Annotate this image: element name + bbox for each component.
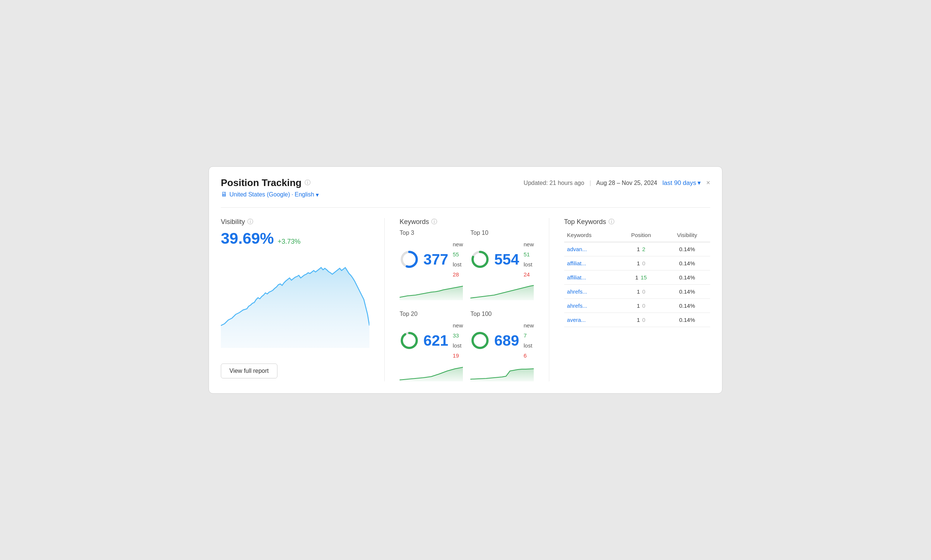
table-header-row: Keywords Position Visibility (564, 229, 710, 242)
date-range: Aug 28 – Nov 25, 2024 (596, 180, 657, 186)
sparkline-top20 (400, 363, 463, 382)
col-header-visibility: Visibility (664, 229, 710, 242)
kw-block-title: Top 20 (400, 311, 463, 317)
kw-block-main: 554 new 51 lost 24 (470, 239, 534, 280)
donut-chart-top3 (400, 250, 419, 269)
separator: | (590, 180, 591, 186)
keyword-block-top20: Top 20 621 new 33 lost 19 (400, 311, 463, 382)
keyword-block-top3: Top 3 377 new 55 lost 28 (400, 229, 463, 300)
dot-separator: · (292, 191, 293, 198)
keyword-cell[interactable]: affiliat... (564, 256, 618, 271)
sparkline-top10 (470, 282, 534, 300)
kw-value-top20: 621 (423, 332, 448, 349)
visibility-cell: 0.14% (664, 242, 710, 256)
table-row: ahrefs...100.14% (564, 285, 710, 299)
location-text: United States (Google) (229, 191, 290, 198)
top-keywords-title: Top Keywords ⓘ (564, 218, 710, 226)
main-content: Visibility ⓘ 39.69% +3.73% (221, 218, 710, 382)
kw-stats-top20: new 33 lost 19 (453, 320, 463, 360)
position-cell: 10 (618, 313, 664, 327)
visibility-change: +3.73% (278, 238, 301, 246)
top-keywords-info-icon[interactable]: ⓘ (608, 218, 614, 226)
svg-point-5 (402, 333, 417, 348)
visibility-cell: 0.14% (664, 299, 710, 313)
table-row: ahrefs...100.14% (564, 299, 710, 313)
col-header-position: Position (618, 229, 664, 242)
kw-block-title: Top 100 (470, 311, 534, 317)
donut-chart-top100 (470, 331, 490, 350)
visibility-section: Visibility ⓘ 39.69% +3.73% (221, 218, 385, 382)
visibility-cell: 0.14% (664, 313, 710, 327)
keywords-grid: Top 3 377 new 55 lost 28 (400, 229, 534, 382)
keyword-block-top10: Top 10 554 new 51 lost 24 (470, 229, 534, 300)
sparkline-top3 (400, 282, 463, 300)
header-left: Position Tracking ⓘ (221, 177, 310, 189)
kw-stats-top100: new 7 lost 6 (523, 320, 534, 360)
donut-chart-top10 (470, 250, 490, 269)
close-button[interactable]: × (706, 179, 710, 187)
kw-value-top3: 377 (423, 251, 448, 268)
top-keywords-section: Top Keywords ⓘ Keywords Position Visibil… (549, 218, 710, 382)
kw-value-top100: 689 (494, 332, 519, 349)
kw-block-main: 377 new 55 lost 28 (400, 239, 463, 280)
chevron-down-icon: ▾ (316, 191, 319, 198)
visibility-cell: 0.14% (664, 256, 710, 271)
svg-point-7 (472, 333, 488, 348)
position-cell: 115 (618, 271, 664, 285)
sparkline-top100 (470, 363, 534, 382)
visibility-percent: 39.69% (221, 229, 274, 248)
table-row: avera...100.14% (564, 313, 710, 327)
kw-block-title: Top 10 (470, 229, 534, 236)
sub-header: 🖥 United States (Google) · English ▾ (221, 191, 710, 198)
table-row: affiliat...1150.14% (564, 271, 710, 285)
keywords-title: Keywords ⓘ (400, 218, 534, 226)
divider (221, 207, 710, 208)
keyword-cell[interactable]: advan... (564, 242, 618, 256)
card-header: Position Tracking ⓘ Updated: 21 hours ag… (221, 177, 710, 189)
kw-stats-top10: new 51 lost 24 (523, 239, 534, 280)
position-cell: 12 (618, 242, 664, 256)
location-language-selector[interactable]: United States (Google) · English ▾ (229, 191, 319, 198)
chevron-down-icon: ▾ (698, 179, 701, 187)
kw-stats-top3: new 55 lost 28 (453, 239, 463, 280)
keywords-section: Keywords ⓘ Top 3 377 (385, 218, 549, 382)
updated-text: Updated: 21 hours ago (523, 180, 584, 186)
period-button[interactable]: last 90 days ▾ (662, 179, 701, 187)
keyword-cell[interactable]: ahrefs... (564, 299, 618, 313)
visibility-cell: 0.14% (664, 271, 710, 285)
kw-block-title: Top 3 (400, 229, 463, 236)
visibility-info-icon[interactable]: ⓘ (247, 218, 253, 226)
kw-block-main: 689 new 7 lost 6 (470, 320, 534, 360)
monitor-icon: 🖥 (221, 191, 227, 198)
position-cell: 10 (618, 299, 664, 313)
language-text: English (295, 191, 314, 198)
keyword-block-top100: Top 100 689 new 7 lost 6 (470, 311, 534, 382)
card-title: Position Tracking (221, 177, 302, 189)
kw-block-main: 621 new 33 lost 19 (400, 320, 463, 360)
title-info-icon[interactable]: ⓘ (305, 179, 310, 187)
donut-chart-top20 (400, 331, 419, 350)
col-header-keywords: Keywords (564, 229, 618, 242)
position-tracking-card: Position Tracking ⓘ Updated: 21 hours ag… (208, 166, 723, 394)
table-row: advan...120.14% (564, 242, 710, 256)
visibility-cell: 0.14% (664, 285, 710, 299)
header-right: Updated: 21 hours ago | Aug 28 – Nov 25,… (523, 179, 710, 187)
visibility-title: Visibility ⓘ (221, 218, 369, 226)
keyword-cell[interactable]: avera... (564, 313, 618, 327)
keywords-info-icon[interactable]: ⓘ (431, 218, 437, 226)
visibility-value: 39.69% +3.73% (221, 229, 369, 248)
table-row: affiliat...100.14% (564, 256, 710, 271)
visibility-chart (221, 251, 369, 355)
keyword-cell[interactable]: ahrefs... (564, 285, 618, 299)
kw-value-top10: 554 (494, 251, 519, 268)
keyword-cell[interactable]: affiliat... (564, 271, 618, 285)
position-cell: 10 (618, 285, 664, 299)
position-cell: 10 (618, 256, 664, 271)
top-keywords-table: Keywords Position Visibility advan...120… (564, 229, 710, 327)
view-full-report-button[interactable]: View full report (221, 363, 278, 378)
